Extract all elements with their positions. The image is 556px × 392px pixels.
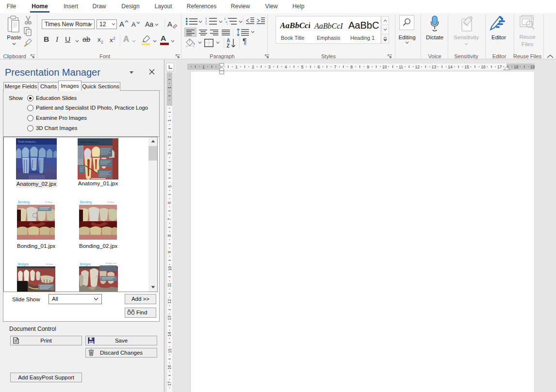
svg-text:3: 3 xyxy=(205,23,207,25)
svg-text:2: 2 xyxy=(252,65,254,69)
svg-text:17: 17 xyxy=(497,65,502,69)
svg-text:3: 3 xyxy=(167,152,172,155)
svg-text:13: 13 xyxy=(167,315,172,320)
svg-text:Bel Appl: Bel Appl xyxy=(107,201,114,203)
svg-text:12: 12 xyxy=(415,65,420,69)
svg-text:5: 5 xyxy=(167,185,172,187)
svg-text:7: 7 xyxy=(334,65,336,69)
svg-text:Bonding: Bonding xyxy=(18,200,30,204)
svg-text:6: 6 xyxy=(167,201,172,204)
svg-text:14: 14 xyxy=(448,65,453,69)
svg-text:Bel Appl: Bel Appl xyxy=(45,201,52,203)
svg-text:18: 18 xyxy=(514,65,519,69)
svg-text:7: 7 xyxy=(167,218,172,220)
svg-text:14: 14 xyxy=(167,332,172,337)
svg-text:Tooth Anatomy: Tooth Anatomy xyxy=(80,141,99,144)
svg-text:Bonding: Bonding xyxy=(80,200,92,204)
svg-text:Bridges: Bridges xyxy=(18,262,29,266)
svg-text:Z: Z xyxy=(227,43,229,49)
svg-text:1: 1 xyxy=(235,65,238,69)
svg-text:9: 9 xyxy=(167,251,172,253)
svg-text:16: 16 xyxy=(167,365,172,370)
svg-text:8: 8 xyxy=(167,234,172,237)
svg-text:12: 12 xyxy=(167,299,172,304)
svg-text:1: 1 xyxy=(202,65,205,69)
svg-text:4: 4 xyxy=(167,168,172,171)
svg-text:Bel Appl: Bel Appl xyxy=(46,263,53,265)
svg-text:2: 2 xyxy=(167,136,172,138)
svg-text:4: 4 xyxy=(285,65,287,69)
svg-text:5: 5 xyxy=(301,65,304,69)
svg-text:11: 11 xyxy=(399,65,403,69)
svg-text:Bridges: Bridges xyxy=(80,262,91,266)
svg-text:11: 11 xyxy=(167,283,172,287)
svg-text:15: 15 xyxy=(167,348,172,353)
svg-text:16: 16 xyxy=(481,65,486,69)
svg-text:15: 15 xyxy=(464,65,469,69)
svg-text:3: 3 xyxy=(268,65,271,69)
svg-text:19: 19 xyxy=(530,65,535,69)
svg-text:1: 1 xyxy=(167,86,172,89)
svg-text:10: 10 xyxy=(382,65,387,69)
svg-text:8: 8 xyxy=(350,65,353,69)
svg-text:1: 1 xyxy=(167,119,172,122)
svg-text:13: 13 xyxy=(431,65,436,69)
svg-text:A: A xyxy=(227,38,230,43)
svg-text:Tooth Anatomy: Tooth Anatomy xyxy=(18,140,36,143)
svg-text:9: 9 xyxy=(367,65,369,69)
svg-text:10: 10 xyxy=(167,266,172,271)
svg-text:17: 17 xyxy=(167,381,172,386)
svg-text:i: i xyxy=(227,23,228,25)
svg-text:6: 6 xyxy=(318,65,320,69)
